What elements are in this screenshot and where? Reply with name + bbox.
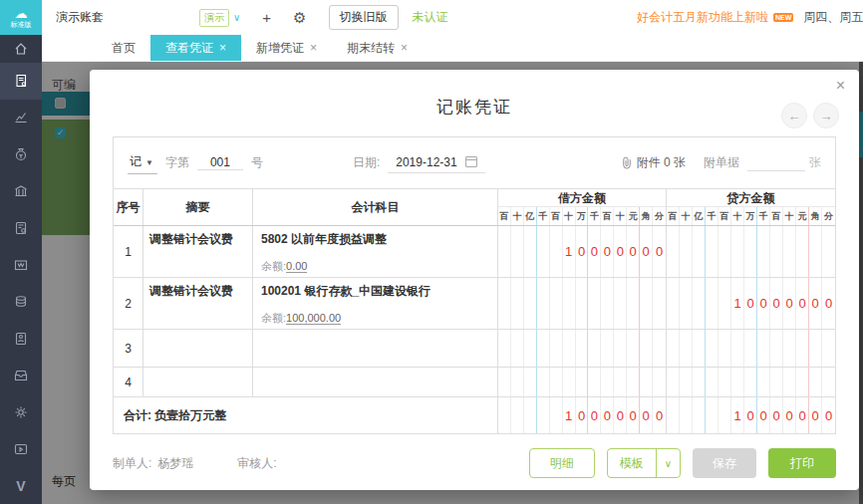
save-button[interactable]: 保存 [693,448,756,478]
close-icon[interactable]: × [401,41,408,55]
digit-column-label: 亿 [524,207,537,225]
digit-column-label: 分 [653,207,666,225]
amount-digit [719,226,731,277]
sidebar-item-salary[interactable] [0,283,42,320]
print-button[interactable]: 打印 [768,448,836,478]
prev-voucher-button[interactable]: ← [781,103,807,128]
debit-amount-cell[interactable]: 10000000 [498,397,667,433]
sidebar-item-v-service[interactable]: V [0,467,42,504]
credit-amount-cell[interactable]: 10000000 [667,278,835,329]
debit-amount-cell[interactable] [498,278,667,329]
sidebar-item-invoices[interactable] [0,247,42,284]
sidebar-item-settings[interactable] [0,393,42,430]
digit-column-label: 千 [588,207,601,225]
chevron-down-icon[interactable]: ∨ [233,12,240,23]
new-badge: NEW [773,13,793,22]
amount-digit [783,330,796,367]
tab-home[interactable]: 首页 [97,35,150,61]
amount-digit [796,226,809,277]
template-button[interactable]: 模板 ∨ [607,448,681,478]
attach-doc-unit: 张 [809,154,821,171]
amount-digit: 0 [783,397,796,433]
total-label: 合计: 负壹拾万元整 [114,397,498,433]
summary-cell[interactable] [144,368,253,396]
add-account-button[interactable]: + [262,9,271,26]
header-debit-group: 借方金额 百十亿千百十万千百十元角分 [498,189,667,225]
digit-column-label: 元 [796,207,809,225]
amount-digit: 0 [614,397,627,433]
account-set-name[interactable]: 演示账套 [56,9,104,26]
voucher-table-row: 4 [114,368,835,397]
amount-digit [498,368,511,396]
digit-column-label: 百 [667,207,680,225]
row-seq: 3 [114,330,144,367]
account-text: 100201 银行存款_中国建设银行 [261,283,489,300]
tab-period-end[interactable]: 期末结转× [332,35,423,61]
account-cell[interactable]: 100201 银行存款_中国建设银行余额:100,000.00 [253,278,498,329]
next-voucher-button[interactable]: → [813,103,839,128]
sidebar-item-funds[interactable] [0,136,42,173]
digit-column-label: 万 [576,207,589,225]
demo-badge[interactable]: 演示 [199,9,229,27]
not-certified-link[interactable]: 未认证 [413,9,448,26]
attachment-link[interactable]: 附件 0 张 [621,154,686,171]
summary-cell[interactable] [144,330,253,367]
debit-amount-cell[interactable] [498,330,667,367]
voucher-table-header: 序号 摘要 会计科目 借方金额 百十亿千百十万千百十元角分 贷方金额 百十亿千百… [114,189,835,226]
sidebar-item-cabinet[interactable] [0,357,42,393]
amount-digit [706,278,719,329]
summary-cell[interactable]: 调整错计会议费 [144,278,253,329]
chevron-down-icon[interactable]: ∨ [656,449,680,477]
sidebar-item-assets[interactable] [0,320,42,357]
tab-view-voucher[interactable]: 查看凭证× [150,35,241,61]
amount-digit [693,397,706,433]
amount-digit [731,226,744,277]
close-icon[interactable]: × [219,41,226,55]
digit-column-label: 十 [783,207,796,225]
amount-digit: 1 [563,397,576,433]
gear-icon[interactable]: ⚙ [293,9,306,27]
paperclip-icon [621,156,633,169]
digit-column-label: 百 [719,207,731,225]
amount-digit [537,226,550,277]
sidebar-item-bank[interactable] [0,173,42,210]
amount-digit [653,278,666,329]
topbar-announcements: 好会计五月新功能上新啦 NEW 周四、周五直播: [632,9,863,26]
switch-old-version-button[interactable]: 切换旧版 [329,5,399,30]
credit-amount-cell[interactable] [667,226,835,277]
debit-amount-cell[interactable] [498,368,667,396]
sidebar-item-vouchers[interactable] [0,63,42,100]
summary-cell[interactable]: 调整错计会议费 [144,226,253,277]
amount-digit [719,397,731,433]
credit-amount-cell[interactable]: 10000000 [667,397,835,433]
voucher-number-input[interactable] [197,155,243,170]
tab-new-voucher[interactable]: 新增凭证× [241,35,332,61]
sidebar-item-reports[interactable] [0,100,42,136]
debit-amount-cell[interactable]: 10000000 [498,226,667,277]
close-icon[interactable]: × [836,78,845,94]
account-cell[interactable]: 5802 以前年度损益调整余额:0.00 [253,226,498,277]
account-cell[interactable] [253,368,498,396]
home-icon[interactable] [0,35,42,63]
detail-button[interactable]: 明细 [529,448,595,478]
amount-digit [770,330,783,367]
credit-amount-cell[interactable] [667,330,835,367]
amount-digit [693,226,706,277]
amount-digit: 0 [822,278,835,329]
account-cell[interactable] [253,330,498,367]
amount-digit [511,330,524,367]
voucher-word-select[interactable]: 记▼ [128,151,157,174]
close-icon[interactable]: × [310,41,317,55]
credit-amount-cell[interactable] [667,368,835,396]
amount-digit: 0 [757,278,770,329]
amount-digit: 0 [653,226,666,277]
date-picker[interactable]: 2019-12-31 [388,153,484,173]
sidebar-item-tax-report[interactable] [0,210,42,247]
amount-digit: 0 [588,226,601,277]
attach-doc-input[interactable] [747,155,805,171]
caret-down-icon: ▼ [145,158,153,167]
digit-column-label: 百 [770,207,783,225]
number-suffix-label: 号 [251,154,263,171]
announcement-link[interactable]: 好会计五月新功能上新啦 [637,9,768,26]
sidebar-item-video-course[interactable] [0,430,42,467]
